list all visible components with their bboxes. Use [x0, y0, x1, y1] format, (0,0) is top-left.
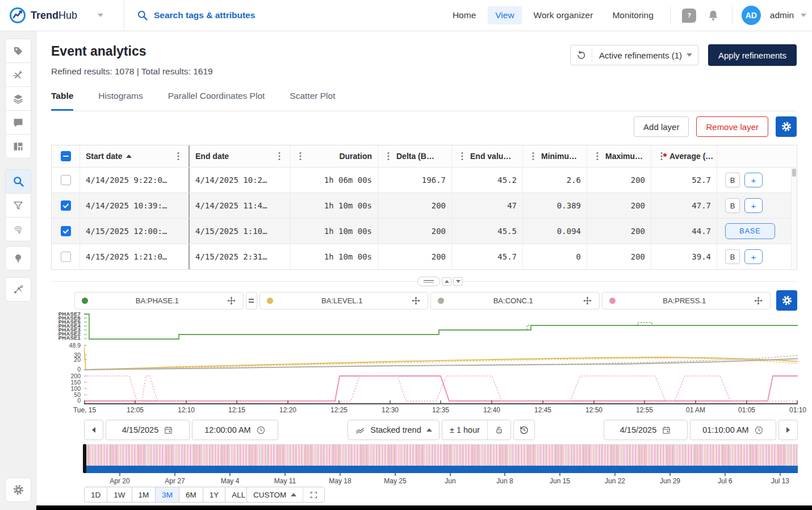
column-menu-icon[interactable] [174, 152, 183, 161]
row-checkbox[interactable] [61, 252, 71, 262]
apply-refinements-button[interactable]: Apply refinements [708, 44, 797, 66]
timeline-density-band[interactable] [84, 444, 798, 466]
splitter-handle[interactable] [417, 277, 440, 286]
expand-range-button[interactable] [303, 487, 324, 502]
timeline-handle[interactable] [83, 444, 86, 473]
reset-refinements-icon[interactable] [571, 49, 592, 61]
nav-item-work-organizer[interactable]: Work organizer [526, 6, 601, 24]
legend-pill-conc[interactable]: BA:CONC.1 [430, 292, 600, 310]
sidebar-item-dashboard[interactable] [5, 134, 31, 158]
range-1w[interactable]: 1W [107, 487, 132, 503]
table-row[interactable]: 4/14/2025 9:22:0… 4/14/2025 10:2… 1h 06m… [52, 167, 797, 193]
step-back-button[interactable] [84, 420, 103, 440]
table-scrollbar[interactable] [791, 168, 797, 269]
time-history-button[interactable] [513, 420, 535, 440]
tab-parallel-coordinates[interactable]: Parallel Coordinates Plot [168, 91, 265, 111]
notifications-button[interactable] [704, 6, 723, 25]
tab-scatter-plot[interactable]: Scatter Plot [290, 91, 335, 111]
end-date-picker[interactable]: 4/15/2025 [604, 420, 688, 440]
lock-window-button[interactable] [487, 420, 510, 440]
compare-equals-icon[interactable] [246, 292, 257, 310]
sidebar-item-ideas[interactable] [5, 246, 31, 270]
table-row[interactable]: 4/14/2025 10:39:… 4/14/2025 11:4… 1h 10m… [52, 193, 797, 218]
scrollbar-thumb[interactable] [792, 169, 796, 177]
sidebar-item-search[interactable] [5, 169, 31, 194]
start-time-picker[interactable]: 12:00:00 AM [192, 420, 278, 440]
end-time-picker[interactable]: 01:10:00 AM [690, 420, 776, 440]
sidebar-item-comments[interactable] [5, 110, 31, 135]
user-menu-caret-icon[interactable] [801, 14, 806, 17]
sidebar-item-fingerprint[interactable] [5, 217, 31, 241]
column-header-end-date[interactable]: End date [195, 152, 229, 161]
row-checkbox[interactable] [61, 200, 71, 211]
nav-item-view[interactable]: View [488, 6, 521, 24]
range-1m[interactable]: 1M [132, 487, 156, 503]
stacked-trend-chart[interactable]: PHASE7 PHASE6 PHASE5 PHASE4 PHASE3 PHASE… [36, 311, 812, 408]
table-settings-button[interactable] [776, 116, 797, 137]
column-menu-icon[interactable] [657, 152, 666, 161]
column-header-end-value[interactable]: End valu… [470, 152, 511, 161]
column-header-start-date[interactable]: Start date [86, 152, 123, 161]
range-1d[interactable]: 1D [84, 487, 107, 503]
table-row[interactable]: 4/15/2025 1:21:0… 4/15/2025 2:31… 1h 10m… [52, 244, 797, 269]
add-to-trend-button[interactable]: + [744, 173, 763, 187]
trend-settings-button[interactable] [776, 290, 797, 311]
collapse-up-button[interactable] [442, 277, 451, 286]
range-1y[interactable]: 1Y [203, 487, 226, 503]
legend-pill-level[interactable]: BA:LEVEL.1 [259, 292, 429, 310]
column-header-duration[interactable]: Duration [339, 152, 372, 161]
custom-range-button[interactable]: CUSTOM [247, 487, 303, 502]
legend-pill-press[interactable]: BA:PRESS.1 [602, 292, 771, 310]
row-checkbox[interactable] [61, 175, 71, 185]
user-avatar[interactable]: AD [742, 6, 761, 25]
select-all-checkbox[interactable] [61, 151, 71, 161]
time-window-button[interactable]: ± 1 hour [442, 420, 487, 440]
step-forward-button[interactable] [778, 420, 798, 440]
column-menu-icon[interactable] [275, 152, 284, 161]
column-header-maximum[interactable]: Maximu… [605, 152, 643, 161]
base-toggle-button[interactable]: B [725, 198, 740, 213]
column-menu-icon[interactable] [296, 152, 305, 161]
panel-splitter[interactable] [417, 277, 463, 286]
sidebar-item-calculations[interactable] [5, 62, 31, 87]
row-checkbox[interactable] [61, 226, 71, 236]
add-to-trend-button[interactable]: + [744, 198, 763, 213]
base-toggle-button[interactable]: B [725, 173, 740, 187]
timeline-overview[interactable] [84, 444, 798, 473]
move-icon[interactable] [583, 296, 592, 306]
nav-item-monitoring[interactable]: Monitoring [605, 6, 660, 24]
tab-table[interactable]: Table [51, 91, 73, 111]
table-row[interactable]: 4/15/2025 12:00:… 4/15/2025 1:10… 1h 10m… [52, 218, 797, 244]
app-logo[interactable]: TrendHub [9, 7, 77, 24]
collapse-down-button[interactable] [453, 277, 463, 286]
brand-caret-icon[interactable] [98, 14, 103, 17]
column-header-minimum[interactable]: Minimu… [541, 152, 577, 161]
sidebar-item-tags[interactable] [5, 39, 31, 63]
add-layer-button[interactable]: Add layer [634, 116, 689, 137]
column-menu-icon[interactable] [529, 152, 538, 161]
move-icon[interactable] [754, 296, 763, 306]
add-to-trend-button[interactable]: + [744, 249, 763, 264]
tab-histograms[interactable]: Histograms [98, 91, 143, 111]
global-search[interactable]: Search tags & attributes [124, 0, 255, 31]
sidebar-item-layers[interactable] [5, 86, 31, 111]
range-6m[interactable]: 6M [179, 487, 203, 503]
legend-pill-phase[interactable]: BA:PHASE.1 [74, 292, 244, 310]
column-menu-icon[interactable] [458, 152, 467, 161]
sidebar-item-settings[interactable] [5, 478, 31, 502]
timeline-selection-bar[interactable] [84, 466, 798, 473]
start-date-picker[interactable]: 4/15/2025 [106, 420, 190, 440]
active-refinements-dropdown[interactable]: Active refinements (1) [570, 45, 698, 65]
remove-layer-button[interactable]: Remove layer [696, 116, 768, 137]
nav-item-home[interactable]: Home [445, 6, 483, 24]
base-badge-button[interactable]: BASE [725, 223, 775, 239]
trend-plot-area[interactable] [84, 311, 799, 407]
column-header-delta[interactable]: Delta (B… [396, 152, 434, 161]
range-3m[interactable]: 3M [155, 487, 179, 503]
column-header-average[interactable]: Average (… [669, 152, 713, 161]
sidebar-item-model[interactable] [5, 277, 31, 302]
base-toggle-button[interactable]: B [725, 249, 740, 264]
help-button[interactable]: ? [680, 6, 699, 25]
move-icon[interactable] [411, 296, 421, 306]
column-menu-icon[interactable] [384, 152, 393, 161]
